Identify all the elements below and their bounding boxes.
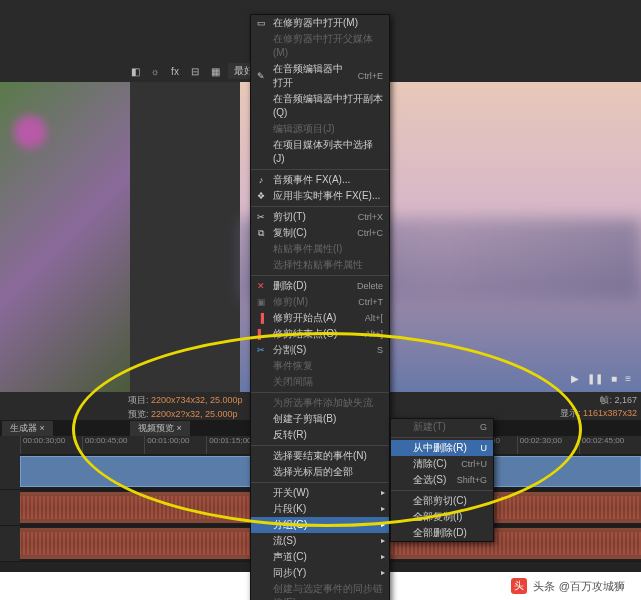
menu-label: 开关(W) bbox=[273, 486, 309, 500]
submenu-cut-all[interactable]: 全部剪切(C) bbox=[391, 493, 493, 509]
menu-open-in-audio-editor[interactable]: ✎在音频编辑器中打开Ctrl+E bbox=[251, 61, 389, 91]
preview-mode-icon[interactable]: ◧ bbox=[128, 64, 142, 78]
menu-label: 删除(D) bbox=[273, 279, 307, 293]
tab-generator[interactable]: 生成器 × bbox=[2, 421, 53, 436]
menu-create-sync-link-sel: 创建与选定事件的同步链接(E) bbox=[251, 581, 389, 600]
fx-icon: ♪ bbox=[255, 174, 267, 186]
ruler-tick: 00:02:30;00 bbox=[517, 436, 579, 454]
menu-label: 应用非实时事件 FX(E)... bbox=[273, 189, 380, 203]
project-label: 项目: bbox=[128, 395, 149, 405]
playback-controls: ▶ ❚❚ ■ ≡ bbox=[571, 373, 631, 384]
ruler-tick: 00:01:00;00 bbox=[144, 436, 206, 454]
chevron-right-icon: ▸ bbox=[381, 518, 385, 532]
menu-label: 全部复制(I) bbox=[413, 510, 462, 524]
trimmer-icon: ▭ bbox=[255, 17, 267, 29]
author-label: @百万攻城狮 bbox=[559, 579, 625, 594]
menu-label: 创建与选定事件的同步链接(E) bbox=[273, 582, 383, 600]
track-header[interactable] bbox=[0, 526, 20, 562]
menu-label: 在修剪器中打开父媒体(M) bbox=[273, 32, 383, 60]
menu-trim: ▣修剪(M)Ctrl+T bbox=[251, 294, 389, 310]
chevron-right-icon: ▸ bbox=[381, 534, 385, 548]
menu-label: 从中删除(R) bbox=[413, 441, 467, 455]
chevron-right-icon: ▸ bbox=[381, 550, 385, 564]
delete-icon: ✕ bbox=[255, 280, 267, 292]
menu-channels[interactable]: 声道(C)▸ bbox=[251, 549, 389, 565]
menu-select-events-to-end[interactable]: 选择要结束的事件(N) bbox=[251, 448, 389, 464]
submenu-select-all[interactable]: 全选(S)Shift+G bbox=[391, 472, 493, 488]
submenu-clear[interactable]: 清除(C)Ctrl+U bbox=[391, 456, 493, 472]
menu-separator bbox=[391, 437, 493, 438]
preview-value: 2200x2?x32, 25.000p bbox=[151, 409, 238, 419]
chevron-right-icon: ▸ bbox=[381, 486, 385, 500]
overlay-icon[interactable]: ▦ bbox=[208, 64, 222, 78]
menu-group[interactable]: 分组(G)▸ bbox=[251, 517, 389, 533]
fx-icon[interactable]: fx bbox=[168, 64, 182, 78]
menu-separator bbox=[251, 169, 389, 170]
menu-label: 复制(C) bbox=[273, 226, 307, 240]
menu-event-restore: 事件恢复 bbox=[251, 358, 389, 374]
ruler-tick: 00:02:45;00 bbox=[579, 436, 641, 454]
menu-add-missing-stream: 为所选事件添加缺失流 bbox=[251, 395, 389, 411]
menu-icon[interactable]: ≡ bbox=[625, 373, 631, 384]
menu-edit-source-project: 编辑源项目(J) bbox=[251, 121, 389, 137]
menu-audio-event-fx[interactable]: ♪音频事件 FX(A)... bbox=[251, 172, 389, 188]
menu-trim-end[interactable]: ▌修剪结束点(O)Alt+] bbox=[251, 326, 389, 342]
menu-shortcut: U bbox=[473, 441, 488, 455]
menu-reverse[interactable]: 反转(R) bbox=[251, 427, 389, 443]
track-header[interactable]: 音乐) bbox=[0, 454, 20, 490]
ruler-tick: 00:00:45;00 bbox=[82, 436, 144, 454]
menu-create-subclip[interactable]: 创建子剪辑(B) bbox=[251, 411, 389, 427]
menu-open-copy-in-audio-editor[interactable]: 在音频编辑器中打开副本(Q) bbox=[251, 91, 389, 121]
menu-select-in-media-list[interactable]: 在项目媒体列表中选择(J) bbox=[251, 137, 389, 167]
menu-separator bbox=[391, 490, 493, 491]
menu-apply-non-realtime-fx[interactable]: ❖应用非实时事件 FX(E)... bbox=[251, 188, 389, 204]
chevron-right-icon: ▸ bbox=[381, 566, 385, 580]
project-value: 2200x734x32, 25.000p bbox=[151, 395, 243, 405]
frame-value: 2,167 bbox=[614, 395, 637, 405]
menu-shortcut: Ctrl+X bbox=[350, 210, 383, 224]
menu-take[interactable]: 片段(K)▸ bbox=[251, 501, 389, 517]
menu-trim-start[interactable]: ▐修剪开始点(A)Alt+[ bbox=[251, 310, 389, 326]
menu-switch[interactable]: 开关(W)▸ bbox=[251, 485, 389, 501]
menu-select-all-after-cursor[interactable]: 选择光标后的全部 bbox=[251, 464, 389, 480]
context-submenu-group[interactable]: 新建(T)G 从中删除(R)U 清除(C)Ctrl+U 全选(S)Shift+G… bbox=[390, 418, 494, 542]
pause-icon[interactable]: ❚❚ bbox=[587, 373, 603, 384]
frame-info: 帧: 2,167 bbox=[560, 394, 637, 407]
menu-label: 剪切(T) bbox=[273, 210, 306, 224]
close-icon[interactable]: × bbox=[40, 423, 45, 433]
menu-label: 在音频编辑器中打开 bbox=[273, 62, 350, 90]
stop-icon[interactable]: ■ bbox=[611, 373, 617, 384]
context-menu[interactable]: ▭在修剪器中打开(M) 在修剪器中打开父媒体(M) ✎在音频编辑器中打开Ctrl… bbox=[250, 14, 390, 600]
preview-info: 预览: 2200x2?x32, 25.000p bbox=[128, 408, 243, 421]
submenu-delete-all[interactable]: 全部删除(D) bbox=[391, 525, 493, 541]
tab-video-preview[interactable]: 视频预览 × bbox=[130, 421, 190, 436]
menu-label: 为所选事件添加缺失流 bbox=[273, 396, 373, 410]
menu-label: 全部删除(D) bbox=[413, 526, 467, 540]
split-icon[interactable]: ⊟ bbox=[188, 64, 202, 78]
copy-icon: ⧉ bbox=[255, 227, 267, 239]
quality-icon[interactable]: ☼ bbox=[148, 64, 162, 78]
menu-shortcut: Ctrl+C bbox=[349, 226, 383, 240]
submenu-remove-from[interactable]: 从中删除(R)U bbox=[391, 440, 493, 456]
split-icon: ✂ bbox=[255, 344, 267, 356]
menu-open-in-trimmer[interactable]: ▭在修剪器中打开(M) bbox=[251, 15, 389, 31]
trim-icon: ▣ bbox=[255, 296, 267, 308]
menu-delete[interactable]: ✕删除(D)Delete bbox=[251, 278, 389, 294]
menu-cut[interactable]: ✂剪切(T)Ctrl+X bbox=[251, 209, 389, 225]
menu-separator bbox=[251, 206, 389, 207]
menu-label: 同步(Y) bbox=[273, 566, 306, 580]
source-label: 头条 bbox=[533, 579, 555, 594]
play-icon[interactable]: ▶ bbox=[571, 373, 579, 384]
menu-shortcut: G bbox=[472, 420, 487, 434]
close-icon[interactable]: × bbox=[177, 423, 182, 433]
menu-label: 清除(C) bbox=[413, 457, 447, 471]
menu-shortcut: Alt+[ bbox=[357, 311, 383, 325]
submenu-copy-all[interactable]: 全部复制(I) bbox=[391, 509, 493, 525]
chevron-right-icon: ▸ bbox=[381, 502, 385, 516]
menu-label: 事件恢复 bbox=[273, 359, 313, 373]
menu-sync[interactable]: 同步(Y)▸ bbox=[251, 565, 389, 581]
menu-stream[interactable]: 流(S)▸ bbox=[251, 533, 389, 549]
menu-split[interactable]: ✂分割(S)S bbox=[251, 342, 389, 358]
menu-copy[interactable]: ⧉复制(C)Ctrl+C bbox=[251, 225, 389, 241]
track-header[interactable]: 音乐) bbox=[0, 490, 20, 526]
